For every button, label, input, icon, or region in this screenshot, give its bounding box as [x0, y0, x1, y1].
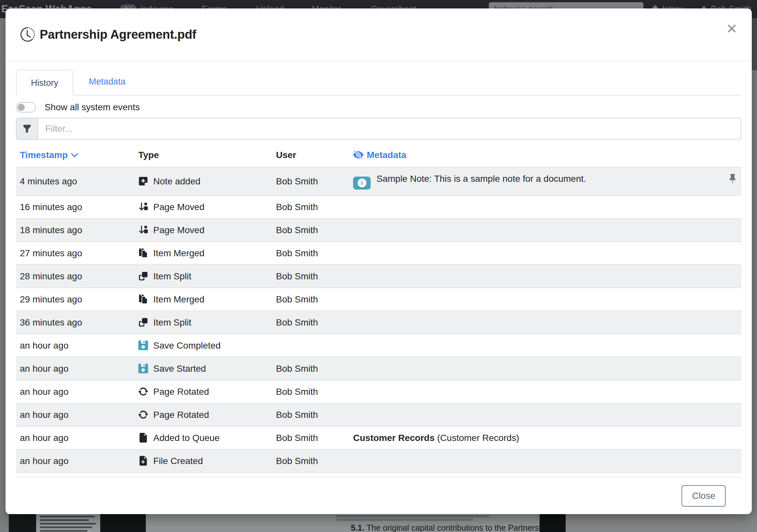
type-label: Note added [153, 176, 200, 186]
page-moved-icon [138, 225, 148, 235]
item-split-icon [138, 317, 148, 327]
clause-number: 5.1. [351, 523, 365, 532]
table-row: 16 minutes ago Page Moved Bob Smith [16, 195, 742, 218]
type-cell: Page Moved [135, 195, 272, 218]
tab-history[interactable]: History [16, 70, 73, 96]
eye-slash-icon [353, 150, 364, 160]
close-icon[interactable]: ✕ [726, 22, 738, 36]
table-row: 4 minutes ago Note added Bob Smith iSamp… [16, 167, 742, 195]
rotate-icon [138, 410, 148, 419]
table-row: 27 minutes ago Item Merged Bob Smith [16, 241, 742, 265]
type-cell: Page Moved [135, 218, 272, 241]
metadata-cell [349, 403, 742, 426]
user-cell: Bob Smith [272, 403, 349, 426]
modal-header: Partnership Agreement.pdf ✕ [6, 9, 752, 61]
type-cell: Page Rotated [135, 403, 272, 426]
type-label: File Created [153, 456, 203, 466]
page-thumbnail [36, 514, 100, 532]
toggle-knob [17, 104, 25, 111]
metadata-cell [349, 357, 742, 380]
timestamp-cell: 18 minutes ago [16, 218, 135, 241]
type-label: Added to Queue [153, 433, 220, 443]
type-cell: Item Merged [135, 288, 272, 311]
type-cell: Save Completed [135, 334, 272, 357]
save-icon [138, 364, 148, 373]
table-row: an hour ago Save Completed [16, 334, 742, 357]
metadata-cell [349, 449, 742, 472]
user-cell: Bob Smith [272, 167, 349, 195]
background-right-band [752, 18, 757, 70]
metadata-cell: Customer Records (Customer Records) [349, 426, 742, 449]
type-label: Item Split [153, 271, 191, 281]
metadata-cell [349, 195, 742, 218]
user-cell: Bob Smith [272, 426, 349, 449]
user-cell: Bob Smith [272, 449, 349, 472]
item-merged-icon [138, 294, 148, 304]
timestamp-cell: 28 minutes ago [16, 265, 135, 288]
timestamp-cell: 36 minutes ago [16, 311, 135, 334]
save-icon [138, 341, 148, 350]
page-moved-icon [138, 202, 148, 212]
table-row: 18 minutes ago Page Moved Bob Smith [16, 218, 742, 241]
chevron-down-icon [70, 151, 79, 159]
user-cell: Bob Smith [272, 195, 349, 218]
timestamp-cell: an hour ago [16, 403, 135, 426]
modal-title: Partnership Agreement.pdf [40, 28, 196, 42]
file-icon [138, 433, 148, 443]
tab-metadata[interactable]: Metadata [73, 69, 141, 95]
timestamp-cell: 4 minutes ago [16, 167, 135, 195]
note-text: Sample Note: This is a sample note for a… [377, 174, 586, 184]
table-row: an hour ago Added to Queue Bob Smith Cus… [16, 426, 742, 449]
history-table-body: 4 minutes ago Note added Bob Smith iSamp… [16, 167, 742, 472]
type-cell: Note added [135, 167, 272, 195]
table-row: an hour ago File Created Bob Smith [16, 449, 742, 472]
timestamp-cell: 16 minutes ago [16, 195, 135, 218]
note-plus-icon [138, 176, 148, 186]
metadata-cell [349, 288, 742, 311]
modal-footer: Close [16, 477, 742, 514]
metadata-cell [349, 241, 742, 265]
metadata-cell [349, 380, 742, 403]
type-cell: Item Split [135, 265, 272, 288]
type-label: Save Completed [153, 341, 221, 350]
user-cell: Bob Smith [272, 380, 349, 403]
funnel-icon [22, 124, 32, 133]
filter-addon [16, 118, 38, 140]
column-header-metadata[interactable]: Metadata [349, 143, 742, 167]
user-cell [272, 334, 349, 357]
item-merged-icon [138, 248, 148, 258]
type-cell: File Created [135, 449, 272, 472]
type-label: Item Split [153, 317, 191, 327]
type-cell: Page Rotated [135, 380, 272, 403]
timestamp-cell: an hour ago [16, 357, 135, 380]
table-row: an hour ago Page Rotated Bob Smith [16, 403, 742, 426]
column-header-timestamp[interactable]: Timestamp [16, 143, 135, 167]
table-row: 29 minutes ago Item Merged Bob Smith [16, 288, 742, 311]
metadata-cell: iSample Note: This is a sample note for … [349, 167, 742, 195]
system-events-toggle-row: Show all system events [16, 99, 742, 115]
table-row: 36 minutes ago Item Split Bob Smith [16, 311, 742, 334]
user-cell: Bob Smith [272, 288, 349, 311]
queue-name-detail: (Customer Records) [435, 433, 519, 443]
column-header-type: Type [135, 143, 272, 167]
show-all-system-events-toggle[interactable] [16, 102, 36, 113]
background-document-strip: 5.1. The original capital contributions … [0, 514, 757, 532]
user-cell: Bob Smith [272, 241, 349, 265]
filter-input[interactable] [38, 118, 742, 140]
metadata-cell [349, 218, 742, 241]
item-split-icon [138, 271, 148, 281]
type-label: Page Rotated [153, 410, 209, 420]
metadata-cell [349, 311, 742, 334]
user-cell: Bob Smith [272, 311, 349, 334]
modal-body: History Metadata Show all system events … [6, 61, 752, 514]
user-cell: Bob Smith [272, 265, 349, 288]
table-row: an hour ago Save Started Bob Smith [16, 357, 742, 380]
document-page: 5.1. The original capital contributions … [146, 514, 540, 532]
type-label: Page Moved [153, 202, 204, 212]
timestamp-cell: 27 minutes ago [16, 241, 135, 265]
close-button[interactable]: Close [681, 485, 726, 507]
user-cell: Bob Smith [272, 218, 349, 241]
table-row: 28 minutes ago Item Split Bob Smith [16, 265, 742, 288]
pin-icon[interactable] [728, 174, 738, 184]
filter-row [16, 118, 742, 140]
